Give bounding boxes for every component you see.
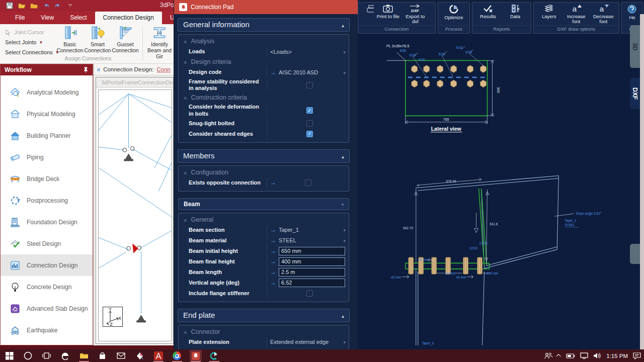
layers-button[interactable]: Layers [536, 4, 562, 19]
tab-dxf[interactable]: DXF [630, 78, 640, 109]
sidebar-item-postprocessing[interactable]: Postprocessing [1, 190, 93, 211]
identify-beam-button[interactable]: I-D Identify Beam and Gir [145, 26, 174, 59]
data-button[interactable]: Data [502, 4, 528, 19]
section-general-information[interactable]: General information [178, 18, 350, 32]
frame-stability-checkbox[interactable] [306, 82, 313, 88]
subsection-analysis[interactable]: Analysis [179, 36, 349, 46]
model-view[interactable]: Y X Z [98, 89, 172, 341]
optimize-button[interactable]: Optimize [441, 4, 467, 20]
sheared-edges-checkbox[interactable] [306, 131, 313, 137]
document-titlebar[interactable]: 3dPortalFrameConnectionDes [96, 77, 173, 87]
postprocessing-icon [10, 195, 21, 206]
weld-label: 6/16 [410, 53, 416, 57]
link-arrow-icon [270, 247, 276, 254]
subsection-connector[interactable]: Connector [179, 327, 349, 337]
chevron-down-icon: ▼ [39, 40, 43, 45]
advance-design-button[interactable] [190, 350, 202, 361]
export-to-dxf-button[interactable]: DXF Export to dxf [402, 4, 428, 25]
hole-deformation-checkbox[interactable] [306, 107, 313, 114]
sidebar-item-earthquake[interactable]: Earthquake [1, 319, 93, 341]
plate-extension-dropdown[interactable]: Extended external edge [267, 337, 349, 347]
flange-stiffener-checkbox[interactable] [306, 290, 313, 297]
dxf-drawing-canvas[interactable]: PL 2x35x76.5 A36 6/16 6/16 6/16 6/16 6/1… [358, 34, 640, 349]
tab-3d[interactable]: 3D [630, 25, 640, 68]
autocad-button[interactable] [152, 350, 165, 361]
beam-initial-height-input[interactable] [279, 247, 345, 255]
tab-connection-design[interactable]: Connection Design [95, 12, 162, 24]
tab-view[interactable]: View [33, 12, 62, 24]
chrome-button[interactable] [171, 350, 183, 361]
start-button[interactable] [4, 350, 16, 361]
speaker-icon[interactable] [593, 352, 601, 359]
loads-dropdown[interactable]: <Loads> [267, 46, 349, 57]
beam-section-dropdown[interactable]: Taper_1 [267, 225, 349, 235]
tray-expand-icon[interactable] [556, 354, 561, 359]
tab-collapsed[interactable] [630, 244, 640, 264]
tab-file[interactable]: File [7, 12, 33, 24]
help-button[interactable]: He [622, 4, 642, 20]
sidebar-item-foundation-design[interactable]: Foundation Design [1, 211, 93, 233]
quickbar-dropdown-icon[interactable] [66, 2, 74, 9]
cortana-button[interactable] [22, 350, 34, 361]
property-row-loads: Loads <Loads> [179, 46, 349, 57]
folder-icon[interactable] [30, 2, 38, 9]
sidebar-item-advanced-slab-design[interactable]: Advanced Slab Design [1, 298, 93, 319]
decrease-font-button[interactable]: a Decrease font [590, 4, 616, 25]
sidebar-item-bridge-deck[interactable]: Bridge Deck [1, 168, 93, 190]
edge-button[interactable] [59, 350, 71, 361]
tab-select[interactable]: Select [62, 12, 95, 24]
graitec-app-button[interactable] [208, 350, 220, 361]
select-joints-command[interactable]: Select Joints▼ [5, 37, 59, 47]
increase-font-button[interactable]: a Increase font [563, 4, 589, 25]
subsection-beam-general[interactable]: General [179, 215, 349, 225]
design-code-dropdown[interactable]: AISC 2010 ASD [267, 67, 349, 77]
action-center-icon[interactable] [633, 352, 641, 359]
file-explorer-button[interactable] [78, 350, 90, 361]
sidebar-item-steel-design[interactable]: Steel Design [1, 233, 93, 254]
clock[interactable]: 1:15 PM [606, 353, 628, 359]
autocad-icon [154, 351, 163, 360]
sidebar-item-building-planner[interactable]: Building Planner [1, 125, 93, 146]
beam-length-input[interactable] [279, 268, 345, 277]
vertical-angle-input[interactable] [279, 279, 345, 287]
paint-app-button[interactable] [134, 350, 146, 361]
network-icon[interactable] [580, 352, 588, 359]
sidebar-item-physical-modeling[interactable]: Physical Modeling [1, 103, 93, 125]
beam-final-height-input[interactable] [279, 257, 345, 266]
viewer-tab-link[interactable]: Conn [157, 66, 171, 72]
task-view-button[interactable] [41, 350, 53, 361]
collapse-caret-icon [184, 38, 187, 45]
weld-label: 6/16 [456, 46, 463, 49]
people-icon[interactable] [544, 352, 552, 359]
sidebar-item-connection-design[interactable]: Connection Design [1, 254, 93, 276]
section-members[interactable]: Members [178, 149, 350, 163]
basic-connection-button[interactable]: Basic Connection [54, 26, 86, 53]
battery-icon[interactable] [566, 353, 575, 359]
undo-icon[interactable] [42, 2, 50, 9]
subsection-configuration[interactable]: Configuration [179, 167, 349, 177]
open-folder-icon[interactable] [18, 2, 26, 9]
snug-tight-checkbox[interactable] [306, 120, 313, 127]
smart-connection-button[interactable]: Smart Connection [82, 26, 113, 53]
exists-opposite-checkbox[interactable] [305, 179, 311, 186]
viewer-tab-label[interactable]: Connection Design: [103, 66, 153, 72]
sidebar-item-piping[interactable]: Piping [1, 146, 93, 168]
print-to-file-button[interactable]: Print to file [375, 4, 401, 19]
redo-icon[interactable] [54, 2, 62, 9]
gusset-connection-button[interactable]: Gusset Connection [110, 26, 141, 53]
subsection-construction-criteria[interactable]: Construction criteria [179, 93, 349, 103]
results-button[interactable]: Results [475, 4, 501, 19]
mail-button[interactable] [115, 350, 127, 361]
sidebar-item-concrete-design[interactable]: Concrete Design [1, 276, 93, 298]
print-button-partial[interactable] [365, 4, 374, 15]
pin-icon[interactable] [83, 67, 89, 73]
beam-member-selector[interactable]: Beam [178, 198, 349, 210]
joint-cursor-command[interactable]: Joint Cursor [5, 27, 59, 37]
assign-connections-group-label: Assign Connections [35, 55, 141, 61]
beam-material-dropdown[interactable]: STEEL [267, 235, 349, 246]
save-icon[interactable] [6, 2, 14, 9]
section-end-plate[interactable]: End plate [178, 309, 350, 322]
subsection-design-criteria[interactable]: Design criteria [179, 57, 349, 67]
sidebar-item-analytical-modeling[interactable]: Analytical Modeling [1, 81, 93, 103]
store-button[interactable] [97, 350, 109, 361]
